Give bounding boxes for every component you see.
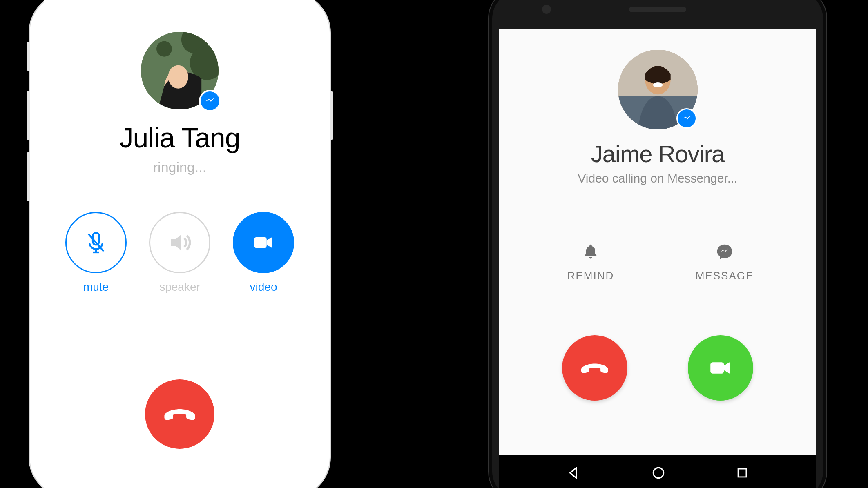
iphone-power-button bbox=[330, 91, 333, 140]
hangup-phone-icon bbox=[163, 397, 196, 431]
iphone-mute-switch bbox=[27, 42, 30, 71]
messenger-badge-icon bbox=[676, 108, 697, 129]
video-label: video bbox=[250, 281, 277, 294]
iphone-device-frame: Julia Tang ringing... mute bbox=[29, 0, 331, 488]
android-nav-bar bbox=[499, 455, 816, 488]
hangup-phone-icon bbox=[580, 353, 609, 383]
caller-avatar-wrap bbox=[618, 50, 698, 129]
message-button[interactable]: MESSAGE bbox=[684, 243, 765, 282]
svg-point-1 bbox=[156, 41, 172, 57]
remind-label: REMIND bbox=[567, 270, 614, 282]
messenger-badge-icon bbox=[199, 90, 221, 112]
decline-call-button[interactable] bbox=[562, 335, 627, 401]
end-call-button[interactable] bbox=[145, 379, 214, 449]
video-camera-icon bbox=[251, 230, 276, 255]
svg-rect-8 bbox=[254, 237, 267, 248]
svg-rect-15 bbox=[738, 469, 746, 477]
message-label: MESSAGE bbox=[696, 270, 754, 282]
mute-label: mute bbox=[83, 281, 109, 294]
svg-point-14 bbox=[653, 468, 663, 478]
caller-name: Julia Tang bbox=[120, 122, 240, 154]
svg-point-5 bbox=[168, 65, 188, 89]
nav-recent-button[interactable] bbox=[735, 466, 749, 480]
android-speaker-slot bbox=[629, 7, 686, 12]
video-button[interactable]: video bbox=[233, 212, 294, 294]
outgoing-call-screen: Julia Tang ringing... mute bbox=[44, 0, 315, 488]
call-status: ringing... bbox=[153, 159, 206, 175]
speaker-label: speaker bbox=[159, 281, 200, 294]
remind-button[interactable]: REMIND bbox=[550, 243, 631, 282]
nav-home-button[interactable] bbox=[651, 465, 666, 481]
call-status: Video calling on Messenger... bbox=[578, 172, 737, 185]
bell-icon bbox=[582, 243, 600, 261]
svg-point-12 bbox=[653, 82, 662, 87]
svg-rect-13 bbox=[710, 362, 724, 374]
speaker-button[interactable]: speaker bbox=[149, 212, 210, 294]
nav-home-icon bbox=[651, 465, 666, 481]
incoming-actions-row: REMIND MESSAGE bbox=[499, 243, 816, 282]
accept-video-call-button[interactable] bbox=[688, 335, 753, 401]
answer-buttons-row bbox=[499, 335, 816, 401]
nav-back-button[interactable] bbox=[566, 465, 582, 481]
microphone-muted-icon bbox=[83, 230, 109, 256]
android-device-frame: Jaime Rovira Video calling on Messenger.… bbox=[488, 0, 827, 488]
nav-recent-icon bbox=[735, 466, 749, 480]
iphone-volume-up bbox=[27, 91, 30, 140]
caller-avatar-wrap bbox=[141, 32, 219, 109]
incoming-call-screen: Jaime Rovira Video calling on Messenger.… bbox=[499, 29, 816, 488]
messenger-bubble-icon bbox=[716, 243, 734, 261]
caller-name: Jaime Rovira bbox=[591, 140, 724, 167]
call-controls-row: mute speaker bbox=[65, 212, 294, 294]
mute-button[interactable]: mute bbox=[65, 212, 127, 294]
android-front-camera bbox=[542, 5, 551, 14]
iphone-volume-down bbox=[27, 152, 30, 201]
speaker-icon bbox=[167, 230, 193, 256]
video-camera-icon bbox=[707, 354, 734, 381]
nav-back-icon bbox=[566, 465, 582, 481]
